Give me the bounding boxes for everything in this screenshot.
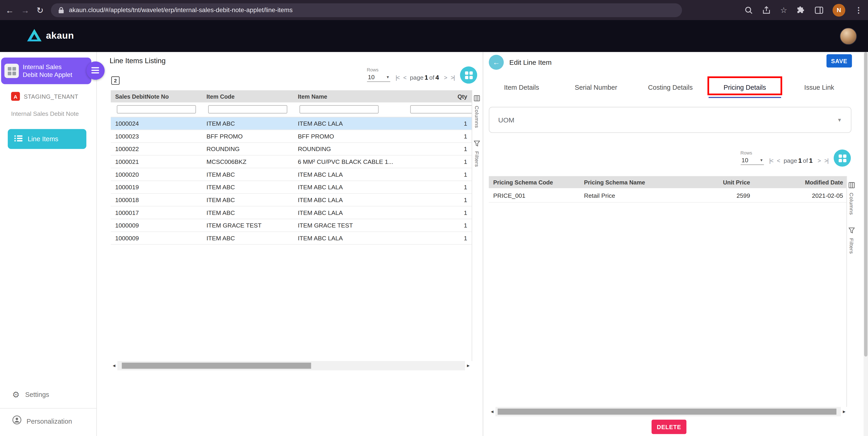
- sidebar-divider: [0, 408, 96, 408]
- column-header[interactable]: Pricing Schema Name: [580, 176, 687, 188]
- pricing-table: Pricing Schema CodePricing Schema NameUn…: [489, 176, 848, 203]
- last-page-button[interactable]: >|: [451, 74, 455, 81]
- browser-forward-icon[interactable]: →: [21, 6, 29, 14]
- rows-per-page-select[interactable]: 10 ▾: [367, 74, 390, 82]
- sidebar-item-settings[interactable]: ⚙ Settings: [12, 390, 49, 399]
- list-icon: [14, 134, 23, 144]
- filters-toggle[interactable]: Filters: [472, 139, 482, 167]
- browser-reload-icon[interactable]: ↻: [37, 6, 43, 14]
- share-icon[interactable]: [763, 6, 771, 14]
- first-page-button[interactable]: |<: [396, 74, 399, 81]
- table-row[interactable]: 1000022ROUNDINGROUNDING1: [111, 143, 472, 156]
- filter-input[interactable]: [117, 105, 196, 114]
- table-row[interactable]: 1000019ITEM ABCITEM ABC LALA1: [111, 181, 472, 194]
- scroll-right-icon[interactable]: ►: [465, 363, 472, 368]
- tab-pricing-details[interactable]: Pricing Details: [708, 79, 782, 96]
- table-row[interactable]: PRICE_001Retail Price25992021-02-05: [489, 188, 848, 203]
- last-page-button[interactable]: >|: [824, 157, 828, 164]
- sidebar-item-line-items[interactable]: Line Items: [8, 129, 86, 149]
- grid-view-button[interactable]: [460, 66, 477, 84]
- table-cell: ITEM GRACE TEST: [202, 219, 293, 231]
- scroll-right-icon[interactable]: ►: [841, 409, 847, 414]
- sidebar-item-applet[interactable]: Internal SalesDebit Note Applet: [1, 58, 91, 84]
- next-page-button[interactable]: >: [444, 74, 447, 81]
- filter-input[interactable]: [410, 105, 472, 114]
- table-cell: 1000021: [111, 156, 202, 168]
- table-row[interactable]: 1000018ITEM ABCITEM ABC LALA1: [111, 194, 472, 207]
- line-items-label: Line Items: [28, 135, 58, 143]
- tab-label: Serial Number: [575, 84, 617, 91]
- first-page-button[interactable]: |<: [769, 157, 773, 164]
- columns-toggle[interactable]: Columns: [847, 181, 856, 215]
- grid-icon: [838, 154, 846, 162]
- next-page-button[interactable]: >: [818, 157, 820, 164]
- column-header[interactable]: Item Code: [202, 90, 293, 102]
- scroll-left-icon[interactable]: ◄: [489, 409, 495, 414]
- detail-controls: Rows 10 ▾ |< < page1of1 > >|: [740, 150, 851, 167]
- filters-toggle[interactable]: Filters: [847, 226, 856, 254]
- tab-issue-link[interactable]: Issue Link: [782, 79, 856, 96]
- columns-label: Columns: [474, 106, 480, 128]
- save-button[interactable]: SAVE: [827, 54, 852, 67]
- table-row[interactable]: 1000017ITEM ABCITEM ABC LALA1: [111, 207, 472, 219]
- table-cell: 1: [404, 219, 472, 231]
- table-row[interactable]: 1000020ITEM ABCITEM ABC LALA1: [111, 168, 472, 181]
- table-cell: ITEM ABC: [202, 181, 293, 193]
- extensions-puzzle-icon[interactable]: [797, 5, 806, 14]
- sidebar-item-tenant[interactable]: A STAGING_TENANT: [11, 92, 78, 101]
- browser-profile-avatar[interactable]: N: [833, 4, 845, 17]
- url-text: akaun.cloud/#/applets/tnt/wavelet/erp/in…: [69, 7, 292, 13]
- column-header[interactable]: Qty: [404, 90, 472, 102]
- scrollbar-track[interactable]: [495, 407, 841, 416]
- table-row[interactable]: 1000023BFF PROMOBFF PROMO1: [111, 130, 472, 143]
- columns-toggle[interactable]: Columns: [472, 94, 482, 128]
- filter-cell: [404, 102, 472, 117]
- delete-button[interactable]: DELETE: [652, 420, 686, 434]
- table-cell: BFF PROMO: [293, 130, 404, 142]
- browser-back-icon[interactable]: ←: [5, 6, 14, 14]
- table-row[interactable]: 1000009ITEM GRACE TESTITEM GRACE TEST1: [111, 219, 472, 232]
- back-button[interactable]: ←: [489, 55, 504, 69]
- table-row[interactable]: 1000009ITEM ABCITEM ABC LALA1: [111, 232, 472, 245]
- bookmark-star-icon[interactable]: ☆: [780, 5, 787, 14]
- page-scrollbar-thumb[interactable]: [864, 52, 868, 356]
- scrollbar-thumb[interactable]: [498, 408, 836, 415]
- rows-per-page-select[interactable]: 10 ▾: [740, 157, 764, 165]
- sidebar-item-personalization[interactable]: Personalization: [12, 415, 72, 427]
- duplicate-window-icon[interactable]: 2: [111, 76, 120, 85]
- page-scrollbar[interactable]: [864, 52, 868, 436]
- filter-input[interactable]: [300, 105, 379, 114]
- table-row[interactable]: 1000021MCSC006BKZ6 MM² CU/PVC BLACK CABL…: [111, 156, 472, 168]
- table-row[interactable]: 1000024ITEM ABCITEM ABC LALA1: [111, 117, 472, 130]
- scroll-left-icon[interactable]: ◄: [111, 363, 117, 368]
- tab-serial-number[interactable]: Serial Number: [559, 79, 633, 96]
- scrollbar-track[interactable]: [117, 361, 465, 370]
- back-arrow-icon: ←: [493, 58, 500, 66]
- column-header[interactable]: Unit Price: [687, 176, 754, 188]
- prev-page-button[interactable]: <: [403, 74, 406, 81]
- table-side-toolbar: Columns Filters: [846, 176, 857, 407]
- filters-label: Filters: [474, 151, 480, 167]
- column-header[interactable]: Pricing Schema Code: [489, 176, 580, 188]
- search-icon[interactable]: [745, 6, 753, 14]
- page-indicator: page1of1: [783, 157, 814, 164]
- collapse-menu-button[interactable]: [86, 62, 104, 80]
- table-cell: ITEM GRACE TEST: [293, 219, 404, 231]
- tab-costing-details[interactable]: Costing Details: [633, 79, 708, 96]
- browser-menu-icon[interactable]: ⋮: [855, 5, 863, 14]
- column-header[interactable]: Modified Date: [754, 176, 847, 188]
- grid-view-button[interactable]: [834, 150, 851, 167]
- user-avatar[interactable]: [840, 28, 857, 44]
- sidebar-module-label[interactable]: Internal Sales Debit Note: [11, 110, 79, 117]
- brand-logo[interactable]: akaun: [27, 28, 74, 44]
- column-header[interactable]: Sales DebitNote No: [111, 90, 202, 102]
- address-bar[interactable]: akaun.cloud/#/applets/tnt/wavelet/erp/in…: [51, 3, 682, 17]
- tab-item-details[interactable]: Item Details: [485, 79, 559, 96]
- uom-select[interactable]: UOM ▼: [489, 107, 851, 133]
- filter-input[interactable]: [208, 105, 287, 114]
- column-header[interactable]: Item Name: [293, 90, 404, 102]
- scrollbar-thumb[interactable]: [122, 363, 311, 369]
- side-panel-icon[interactable]: [815, 6, 823, 13]
- table-cell: 1: [404, 232, 472, 244]
- prev-page-button[interactable]: <: [777, 157, 780, 164]
